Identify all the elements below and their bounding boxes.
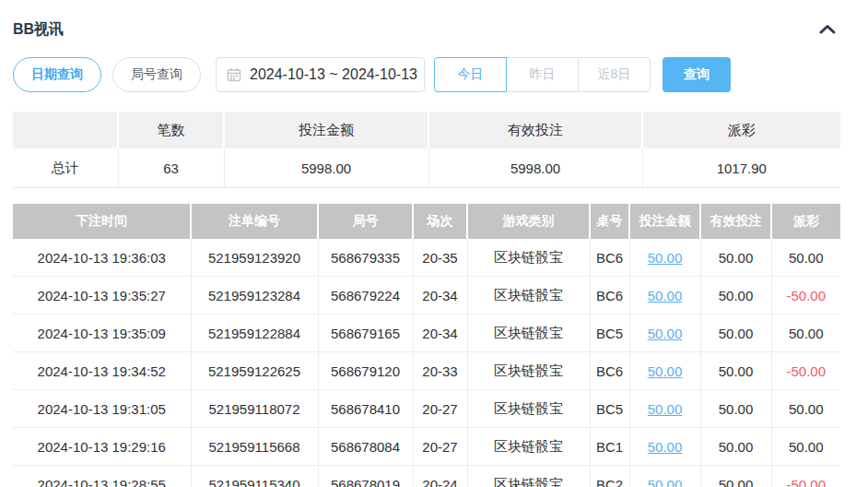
search-button[interactable]: 查询 — [663, 57, 731, 92]
cell-valid-bet: 50.00 — [700, 390, 771, 428]
cell-session: 20-34 — [413, 315, 467, 352]
cell-valid-bet: 50.00 — [700, 315, 771, 352]
summary-header-count: 笔数 — [118, 112, 224, 148]
cell-round-id: 568678019 — [318, 466, 413, 487]
cell-table-id: BC2 — [590, 466, 629, 487]
cell-game-type: 区块链骰宝 — [467, 239, 590, 277]
cell-payout: 50.00 — [771, 239, 840, 277]
cell-session: 20-33 — [413, 352, 467, 390]
summary-header-empty — [13, 112, 118, 148]
cell-bet-time: 2024-10-13 19:29:16 — [13, 428, 191, 466]
cell-table-id: BC6 — [590, 239, 629, 277]
calendar-icon — [227, 67, 241, 82]
tab-date-query[interactable]: 日期查询 — [13, 57, 101, 92]
bet-amount-link[interactable]: 50.00 — [648, 288, 683, 303]
cell-order-id: 521959123284 — [191, 277, 318, 315]
cell-order-id: 521959122625 — [191, 352, 318, 390]
date-range-input[interactable]: 2024-10-13 ~ 2024-10-13 — [216, 57, 425, 92]
cell-payout: 50.00 — [771, 315, 840, 352]
date-range-value: 2024-10-13 ~ 2024-10-13 — [250, 66, 417, 83]
bet-amount-link[interactable]: 50.00 — [648, 401, 683, 417]
cell-bet-time: 2024-10-13 19:35:27 — [13, 277, 191, 315]
column-header-order-id: 注单编号 — [191, 204, 318, 239]
cell-table-id: BC6 — [590, 352, 629, 390]
cell-bet-time: 2024-10-13 19:36:03 — [13, 239, 191, 277]
cell-order-id: 521959115340 — [191, 466, 318, 487]
tab-round-query[interactable]: 局号查询 — [112, 57, 201, 92]
bet-amount-link[interactable]: 50.00 — [648, 477, 683, 487]
cell-round-id: 568679224 — [318, 277, 413, 315]
quick-range-group: 今日 昨日 近8日 — [434, 57, 651, 92]
cell-payout: 50.00 — [771, 428, 840, 466]
cell-bet-amount: 50.00 — [629, 277, 700, 315]
quick-range-today[interactable]: 今日 — [434, 57, 507, 92]
summary-header-payout: 派彩 — [642, 112, 840, 148]
column-header-session: 场次 — [413, 204, 467, 239]
summary-header-valid-bet: 有效投注 — [428, 112, 642, 148]
cell-valid-bet: 50.00 — [700, 466, 771, 487]
summary-table: 笔数 投注金额 有效投注 派彩 总计 63 5998.00 5998.00 10… — [13, 112, 840, 188]
column-header-valid-bet: 有效投注 — [700, 204, 771, 239]
summary-total-count: 63 — [118, 148, 224, 188]
column-header-game-type: 游戏类别 — [467, 204, 590, 239]
summary-total-label: 总计 — [13, 148, 118, 188]
cell-bet-time: 2024-10-13 19:28:55 — [13, 466, 191, 487]
cell-table-id: BC5 — [590, 390, 629, 428]
cell-game-type: 区块链骰宝 — [467, 277, 590, 315]
page-title: BB视讯 — [13, 20, 64, 40]
table-row: 2024-10-13 19:29:16521959115668568678084… — [13, 428, 840, 466]
column-header-round-id: 局号 — [318, 204, 413, 239]
cell-valid-bet: 50.00 — [700, 428, 771, 466]
bets-table: 下注时间注单编号局号场次游戏类别桌号投注金额有效投注派彩 2024-10-13 … — [13, 204, 840, 487]
column-header-bet-time: 下注时间 — [13, 204, 191, 239]
table-row: 2024-10-13 19:28:55521959115340568678019… — [13, 466, 840, 487]
bets-table-body: 2024-10-13 19:36:03521959123920568679335… — [13, 239, 840, 487]
cell-session: 20-27 — [413, 390, 467, 428]
cell-order-id: 521959118072 — [191, 390, 318, 428]
cell-bet-amount: 50.00 — [629, 352, 700, 390]
cell-game-type: 区块链骰宝 — [467, 428, 590, 466]
cell-payout: -50.00 — [771, 277, 840, 315]
cell-order-id: 521959123920 — [191, 239, 318, 277]
summary-total-row: 总计 63 5998.00 5998.00 1017.90 — [13, 148, 840, 188]
panel-header: BB视讯 — [13, 18, 840, 41]
summary-header-bet-amount: 投注金额 — [224, 112, 428, 148]
cell-payout: -50.00 — [771, 352, 840, 390]
column-header-payout: 派彩 — [771, 204, 840, 239]
cell-game-type: 区块链骰宝 — [467, 466, 590, 487]
cell-round-id: 568679120 — [318, 352, 413, 390]
cell-bet-amount: 50.00 — [629, 390, 700, 428]
table-row: 2024-10-13 19:31:05521959118072568678410… — [13, 390, 840, 428]
cell-bet-amount: 50.00 — [629, 239, 700, 277]
summary-total-payout: 1017.90 — [642, 148, 840, 188]
table-row: 2024-10-13 19:35:09521959122884568679165… — [13, 315, 840, 352]
cell-session: 20-35 — [413, 239, 467, 277]
chevron-up-icon — [818, 23, 837, 36]
filter-bar: 日期查询 局号查询 2024-10-13 ~ 2024-10-13 今日 — [13, 57, 840, 92]
quick-range-last8days[interactable]: 近8日 — [578, 57, 651, 92]
summary-total-valid-bet: 5998.00 — [428, 148, 642, 188]
cell-session: 20-34 — [413, 277, 467, 315]
bets-header-row: 下注时间注单编号局号场次游戏类别桌号投注金额有效投注派彩 — [13, 204, 840, 239]
bet-amount-link[interactable]: 50.00 — [648, 363, 683, 379]
quick-range-yesterday[interactable]: 昨日 — [506, 57, 579, 92]
cell-table-id: BC6 — [590, 277, 629, 315]
collapse-button[interactable] — [818, 23, 837, 36]
bet-amount-link[interactable]: 50.00 — [648, 326, 683, 341]
summary-total-bet-amount: 5998.00 — [224, 148, 428, 188]
cell-bet-time: 2024-10-13 19:35:09 — [13, 315, 191, 352]
cell-session: 20-27 — [413, 428, 467, 466]
cell-order-id: 521959115668 — [191, 428, 318, 466]
cell-order-id: 521959122884 — [191, 315, 318, 352]
table-row: 2024-10-13 19:34:52521959122625568679120… — [13, 352, 840, 390]
bb-video-panel: BB视讯 日期查询 局号查询 — [13, 18, 840, 487]
cell-round-id: 568679335 — [318, 239, 413, 277]
cell-bet-amount: 50.00 — [629, 315, 700, 352]
cell-round-id: 568678084 — [318, 428, 413, 466]
cell-round-id: 568679165 — [318, 315, 413, 352]
cell-payout: -50.00 — [771, 466, 840, 487]
bet-amount-link[interactable]: 50.00 — [648, 250, 683, 266]
cell-bet-time: 2024-10-13 19:31:05 — [13, 390, 191, 428]
bet-amount-link[interactable]: 50.00 — [648, 439, 683, 455]
cell-bet-amount: 50.00 — [629, 466, 700, 487]
